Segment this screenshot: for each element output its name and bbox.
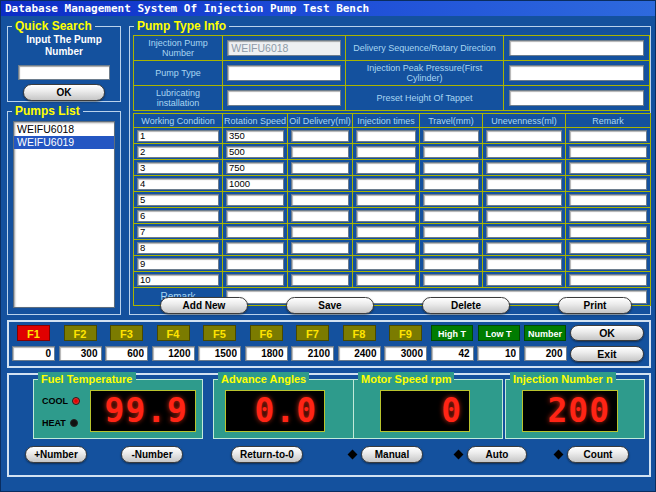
fkey-label[interactable]: F2 (64, 325, 97, 341)
fkey-value-input[interactable] (431, 346, 474, 361)
table-cell-input[interactable] (137, 146, 219, 158)
table-cell-input[interactable] (486, 130, 562, 142)
fkey-label[interactable]: F8 (343, 325, 376, 341)
table-cell-input[interactable] (356, 274, 416, 286)
table-cell-input[interactable] (486, 194, 562, 206)
table-cell-input[interactable] (291, 242, 349, 254)
table-cell-input[interactable] (137, 274, 219, 286)
table-cell-input[interactable] (137, 162, 219, 174)
table-cell-input[interactable] (356, 146, 416, 158)
table-cell-input[interactable] (423, 162, 479, 174)
table-cell-input[interactable] (226, 226, 284, 238)
lubricating-installation-input[interactable] (227, 90, 340, 106)
delivery-sequence-input[interactable] (509, 40, 644, 56)
save-button[interactable]: Save (286, 297, 374, 314)
fkey-value-input[interactable] (12, 346, 55, 361)
table-cell-input[interactable] (356, 162, 416, 174)
count-button[interactable]: Count (567, 446, 629, 463)
pumps-listbox[interactable]: WEIFU6018WEIFU6019 (13, 121, 115, 308)
table-cell-input[interactable] (569, 194, 647, 206)
fkeys-exit-button[interactable]: Exit (570, 346, 644, 362)
table-cell-input[interactable] (569, 242, 647, 254)
pump-number-search-input[interactable] (18, 65, 110, 80)
table-cell-input[interactable] (291, 210, 349, 222)
table-cell-input[interactable] (137, 242, 219, 254)
fkey-label[interactable]: F1 (17, 325, 50, 341)
table-cell-input[interactable] (569, 226, 647, 238)
fkey-label[interactable]: F5 (203, 325, 236, 341)
table-cell-input[interactable] (291, 194, 349, 206)
table-cell-input[interactable] (137, 178, 219, 190)
table-cell-input[interactable] (356, 178, 416, 190)
fkey-label[interactable]: F7 (296, 325, 329, 341)
fkey-value-input[interactable] (291, 346, 334, 361)
table-cell-input[interactable] (569, 210, 647, 222)
table-cell-input[interactable] (137, 258, 219, 270)
fkey-label[interactable]: F4 (157, 325, 190, 341)
table-cell-input[interactable] (291, 178, 349, 190)
table-cell-input[interactable] (486, 146, 562, 158)
pumps-list-item[interactable]: WEIFU6019 (14, 136, 114, 149)
table-cell-input[interactable] (356, 258, 416, 270)
fkey-value-input[interactable] (524, 346, 567, 361)
table-cell-input[interactable] (486, 258, 562, 270)
table-cell-input[interactable] (137, 130, 219, 142)
table-cell-input[interactable] (291, 226, 349, 238)
pumps-list-item[interactable]: WEIFU6018 (14, 123, 114, 136)
fkey-value-input[interactable] (338, 346, 381, 361)
fkey-label[interactable]: F9 (389, 325, 422, 341)
plus-number-button[interactable]: +Number (25, 446, 87, 463)
table-cell-input[interactable] (569, 258, 647, 270)
fkey-label[interactable]: F6 (250, 325, 283, 341)
table-cell-input[interactable] (423, 130, 479, 142)
table-cell-input[interactable] (226, 194, 284, 206)
fkey-label[interactable]: F3 (110, 325, 143, 341)
table-cell-input[interactable] (137, 226, 219, 238)
table-cell-input[interactable] (569, 146, 647, 158)
fkey-value-input[interactable] (59, 346, 102, 361)
preset-height-input[interactable] (509, 90, 644, 106)
injection-pump-number-input[interactable] (227, 40, 340, 56)
table-cell-input[interactable] (569, 274, 647, 286)
quick-search-ok-button[interactable]: OK (23, 84, 105, 101)
pump-type-input[interactable] (227, 65, 340, 81)
table-cell-input[interactable] (423, 146, 479, 158)
table-cell-input[interactable] (486, 162, 562, 174)
add-new-button[interactable]: Add New (160, 297, 248, 314)
table-cell-input[interactable] (356, 226, 416, 238)
table-cell-input[interactable] (423, 194, 479, 206)
table-cell-input[interactable] (423, 226, 479, 238)
table-cell-input[interactable] (569, 130, 647, 142)
delete-button[interactable]: Delete (422, 297, 510, 314)
table-cell-input[interactable] (137, 210, 219, 222)
table-cell-input[interactable] (423, 274, 479, 286)
table-cell-input[interactable] (137, 194, 219, 206)
fkey-value-input[interactable] (105, 346, 148, 361)
fkey-value-input[interactable] (198, 346, 241, 361)
table-cell-input[interactable] (486, 274, 562, 286)
table-cell-input[interactable] (486, 178, 562, 190)
table-cell-input[interactable] (291, 146, 349, 158)
table-cell-input[interactable] (226, 210, 284, 222)
injection-peak-pressure-input[interactable] (509, 65, 644, 81)
table-cell-input[interactable] (291, 130, 349, 142)
title-bar[interactable]: Database Management System Of Injection … (1, 1, 656, 16)
manual-button[interactable]: Manual (361, 446, 423, 463)
fkeys-ok-button[interactable]: OK (570, 325, 644, 341)
fkey-value-input[interactable] (477, 346, 520, 361)
minus-number-button[interactable]: -Number (121, 446, 183, 463)
table-cell-input[interactable] (226, 242, 284, 254)
table-cell-input[interactable] (423, 258, 479, 270)
table-cell-input[interactable] (569, 178, 647, 190)
fkey-label[interactable]: Number (524, 325, 566, 341)
table-cell-input[interactable] (356, 242, 416, 254)
table-cell-input[interactable] (291, 258, 349, 270)
table-cell-input[interactable] (226, 146, 284, 158)
table-cell-input[interactable] (226, 178, 284, 190)
table-cell-input[interactable] (291, 162, 349, 174)
table-cell-input[interactable] (291, 274, 349, 286)
table-cell-input[interactable] (226, 258, 284, 270)
fkey-value-input[interactable] (384, 346, 427, 361)
table-cell-input[interactable] (226, 162, 284, 174)
fkey-label[interactable]: High T (431, 325, 473, 341)
